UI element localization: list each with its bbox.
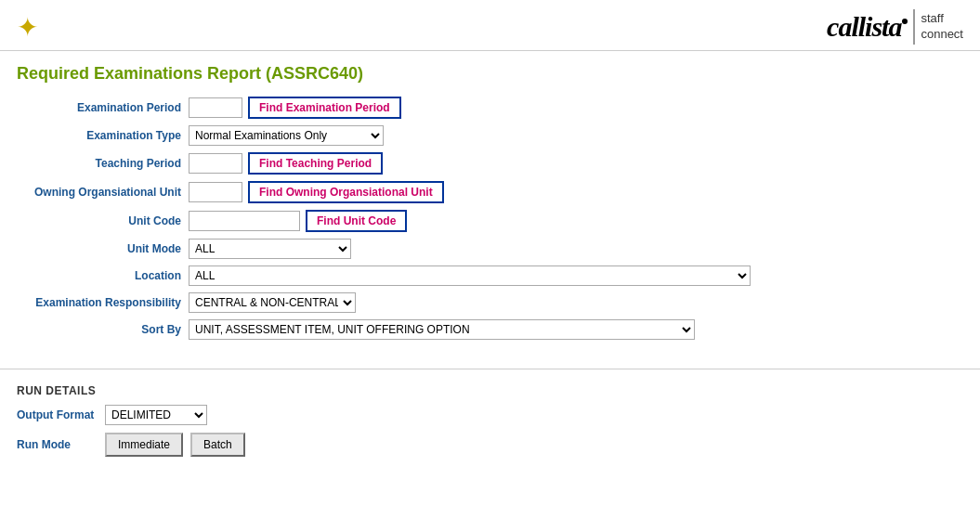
find-examination-period-button[interactable]: Find Examination Period xyxy=(248,97,401,119)
run-details-title: RUN DETAILS xyxy=(17,384,963,397)
output-format-row: Output Format DELIMITED PDF HTML xyxy=(17,405,963,425)
sort-by-label: Sort By xyxy=(17,323,189,336)
owning-org-label: Owning Organsiational Unit xyxy=(17,186,189,199)
logo-brand: callista xyxy=(827,11,908,43)
app-star-icon: ✦ xyxy=(17,12,38,43)
header: ✦ callista staff connect xyxy=(0,0,980,51)
location-row: Location ALL xyxy=(17,265,963,286)
logo-dot-icon xyxy=(902,19,908,24)
immediate-button[interactable]: Immediate xyxy=(105,433,183,457)
run-mode-row: Run Mode Immediate Batch xyxy=(17,433,963,457)
run-mode-label: Run Mode xyxy=(17,438,105,451)
output-format-select[interactable]: DELIMITED PDF HTML xyxy=(105,405,207,425)
exam-responsibility-label: Examination Responsibility xyxy=(17,296,189,309)
find-teaching-period-button[interactable]: Find Teaching Period xyxy=(248,152,383,175)
unit-mode-select[interactable]: ALL INTERNAL EXTERNAL xyxy=(189,239,351,259)
output-format-label: Output Format xyxy=(17,408,105,421)
examination-period-input[interactable] xyxy=(189,97,242,118)
examination-type-label: Examination Type xyxy=(17,129,189,142)
logo-divider xyxy=(913,9,915,45)
owning-org-input[interactable] xyxy=(189,182,242,202)
app-logo: callista staff connect xyxy=(827,9,963,45)
examination-type-select[interactable]: Normal Examinations Only All Examination… xyxy=(189,125,384,146)
teaching-period-row: Teaching Period Find Teaching Period xyxy=(17,152,963,175)
unit-code-label: Unit Code xyxy=(17,214,189,227)
owning-org-row: Owning Organsiational Unit Find Owning O… xyxy=(17,181,963,203)
examination-period-label: Examination Period xyxy=(17,101,189,114)
page-title: Required Examinations Report (ASSRC640) xyxy=(0,51,980,93)
examination-type-row: Examination Type Normal Examinations Onl… xyxy=(17,125,963,146)
unit-mode-row: Unit Mode ALL INTERNAL EXTERNAL xyxy=(17,239,963,259)
batch-button[interactable]: Batch xyxy=(190,433,245,457)
exam-responsibility-select[interactable]: CENTRAL & NON-CENTRAL CENTRAL NON-CENTRA… xyxy=(189,292,356,313)
exam-responsibility-row: Examination Responsibility CENTRAL & NON… xyxy=(17,292,963,313)
sort-by-select[interactable]: UNIT, ASSESSMENT ITEM, UNIT OFFERING OPT… xyxy=(189,319,695,340)
section-divider xyxy=(0,369,980,369)
teaching-period-input[interactable] xyxy=(189,153,242,174)
location-label: Location xyxy=(17,269,189,282)
logo-staff-text: staff xyxy=(921,11,943,25)
teaching-period-label: Teaching Period xyxy=(17,157,189,170)
logo-staff-connect: staff connect xyxy=(921,11,963,43)
unit-code-row: Unit Code Find Unit Code xyxy=(17,210,963,232)
location-select[interactable]: ALL xyxy=(189,265,751,286)
logo-connect-text: connect xyxy=(921,27,963,41)
logo-callista-text: callista xyxy=(827,11,901,43)
run-details-area: RUN DETAILS Output Format DELIMITED PDF … xyxy=(0,379,980,477)
find-unit-code-button[interactable]: Find Unit Code xyxy=(306,210,407,232)
find-owning-org-button[interactable]: Find Owning Organsiational Unit xyxy=(248,181,444,203)
form-area: Examination Period Find Examination Peri… xyxy=(0,93,980,359)
sort-by-row: Sort By UNIT, ASSESSMENT ITEM, UNIT OFFE… xyxy=(17,319,963,340)
examination-period-row: Examination Period Find Examination Peri… xyxy=(17,97,963,119)
unit-mode-label: Unit Mode xyxy=(17,242,189,255)
unit-code-input[interactable] xyxy=(189,211,300,231)
